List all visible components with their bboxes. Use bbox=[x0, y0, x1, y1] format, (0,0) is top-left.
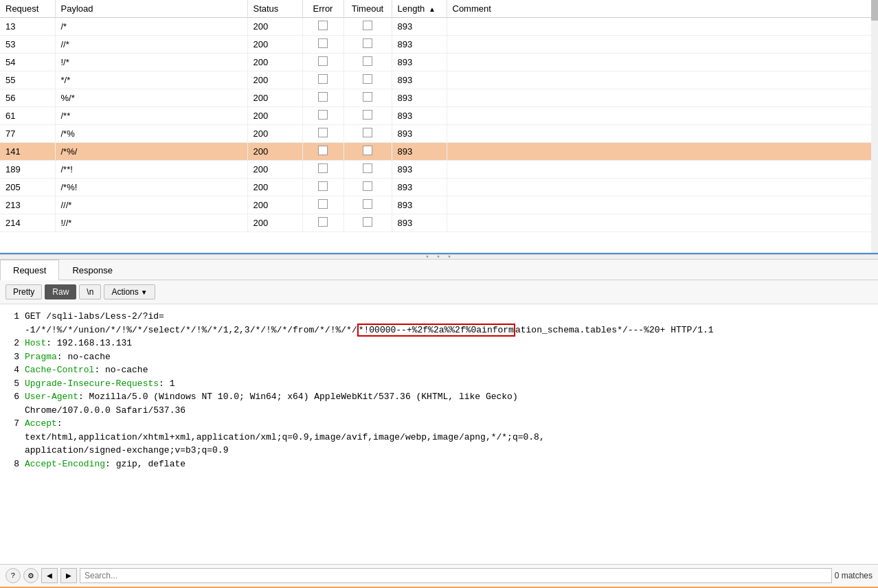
sort-arrow-icon: ▲ bbox=[429, 5, 436, 13]
line-number: 4 bbox=[8, 363, 19, 377]
error-checkbox[interactable] bbox=[318, 56, 328, 66]
line-content: GET /sqli-labs/Less-2/?id= -1/*/!%/*/uni… bbox=[25, 310, 870, 337]
match-count: 0 matches bbox=[835, 571, 873, 580]
newline-button[interactable]: \n bbox=[79, 284, 101, 299]
table-row[interactable]: 55*/*200893 bbox=[0, 71, 878, 89]
table-row[interactable]: 189/**!200893 bbox=[0, 161, 878, 179]
error-checkbox[interactable] bbox=[318, 38, 328, 48]
line-number: 5 bbox=[8, 377, 19, 391]
col-header-length[interactable]: Length ▲ bbox=[392, 0, 447, 18]
col-header-timeout[interactable]: Timeout bbox=[344, 0, 392, 18]
main-container: Request Payload Status Error Timeout Len… bbox=[0, 0, 878, 588]
line-content: Accept-Encoding: gzip, deflate bbox=[25, 457, 870, 471]
line-number: 2 bbox=[8, 337, 19, 350]
next-match-button[interactable]: ▶ bbox=[60, 568, 77, 583]
search-bar: ? ⚙ ◀ ▶ 0 matches bbox=[0, 564, 878, 587]
table-row[interactable]: 214!//*200893 bbox=[0, 214, 878, 232]
col-header-status[interactable]: Status bbox=[247, 0, 302, 18]
timeout-checkbox[interactable] bbox=[363, 92, 372, 102]
table-row[interactable]: 213///*200893 bbox=[0, 196, 878, 214]
requests-table-section: Request Payload Status Error Timeout Len… bbox=[0, 0, 878, 254]
col-header-payload[interactable]: Payload bbox=[55, 0, 247, 18]
code-line: 2Host: 192.168.13.131 bbox=[8, 337, 870, 350]
table-row[interactable]: 61/**200893 bbox=[0, 107, 878, 125]
timeout-checkbox[interactable] bbox=[363, 128, 372, 137]
col-header-error[interactable]: Error bbox=[302, 0, 344, 18]
error-checkbox[interactable] bbox=[318, 217, 328, 227]
line-content: Upgrade-Insecure-Requests: 1 bbox=[25, 377, 870, 391]
code-area[interactable]: 1GET /sqli-labs/Less-2/?id= -1/*/!%/*/un… bbox=[0, 304, 878, 564]
line-content: Accept: text/html,application/xhtml+xml,… bbox=[25, 417, 870, 457]
help-icon-button[interactable]: ? bbox=[5, 568, 21, 583]
code-line: 5Upgrade-Insecure-Requests: 1 bbox=[8, 377, 870, 391]
timeout-checkbox[interactable] bbox=[363, 181, 372, 191]
code-line: 6User-Agent: Mozilla/5.0 (Windows NT 10.… bbox=[8, 390, 870, 417]
timeout-checkbox[interactable] bbox=[363, 199, 372, 209]
table-row[interactable]: 53//*200893 bbox=[0, 36, 878, 54]
tab-response[interactable]: Response bbox=[59, 260, 126, 280]
timeout-checkbox[interactable] bbox=[363, 56, 372, 66]
toolbar: Pretty Raw \n Actions ▼ bbox=[0, 280, 878, 304]
line-content: Host: 192.168.13.131 bbox=[25, 337, 870, 350]
table-row[interactable]: 13/*200893 bbox=[0, 18, 878, 36]
timeout-checkbox[interactable] bbox=[363, 110, 372, 120]
raw-button[interactable]: Raw bbox=[45, 284, 76, 299]
actions-dropdown-button[interactable]: Actions ▼ bbox=[104, 284, 155, 299]
timeout-checkbox[interactable] bbox=[363, 163, 372, 173]
line-content: Cache-Control: no-cache bbox=[25, 363, 870, 377]
line-number: 6 bbox=[8, 390, 19, 417]
table-row[interactable]: 54!/*200893 bbox=[0, 54, 878, 71]
line-content: User-Agent: Mozilla/5.0 (Windows NT 10.0… bbox=[25, 390, 870, 417]
error-checkbox[interactable] bbox=[318, 163, 328, 173]
error-checkbox[interactable] bbox=[318, 74, 328, 84]
resize-handle[interactable]: • • • bbox=[0, 254, 878, 260]
search-input[interactable] bbox=[80, 568, 832, 583]
timeout-checkbox[interactable] bbox=[363, 217, 372, 227]
error-checkbox[interactable] bbox=[318, 21, 328, 30]
table-row[interactable]: 141/*%/200893 bbox=[0, 143, 878, 161]
code-line: 3Pragma: no-cache bbox=[8, 350, 870, 364]
line-content: Pragma: no-cache bbox=[25, 350, 870, 364]
line-number: 1 bbox=[8, 310, 19, 337]
line-number: 3 bbox=[8, 350, 19, 364]
timeout-checkbox[interactable] bbox=[363, 38, 372, 48]
code-line: 7Accept: text/html,application/xhtml+xml… bbox=[8, 417, 870, 457]
timeout-checkbox[interactable] bbox=[363, 74, 372, 84]
line-number: 7 bbox=[8, 417, 19, 457]
tab-request[interactable]: Request bbox=[0, 260, 59, 280]
table-row[interactable]: 77/*%200893 bbox=[0, 125, 878, 143]
error-checkbox[interactable] bbox=[318, 110, 328, 120]
line-number: 8 bbox=[8, 457, 19, 471]
chevron-down-icon: ▼ bbox=[141, 289, 148, 296]
error-checkbox[interactable] bbox=[318, 199, 328, 209]
table-scrollbar[interactable] bbox=[871, 0, 878, 253]
code-line: 1GET /sqli-labs/Less-2/?id= -1/*/!%/*/un… bbox=[8, 310, 870, 337]
highlighted-text: *!00000--+%2f%2a%%2f%0ainform bbox=[357, 324, 515, 337]
table-row[interactable]: 56%/*200893 bbox=[0, 89, 878, 107]
table-body: 13/*20089353//*20089354!/*20089355*/*200… bbox=[0, 18, 878, 232]
pretty-button[interactable]: Pretty bbox=[5, 284, 42, 299]
col-header-comment[interactable]: Comment bbox=[447, 0, 878, 18]
settings-icon-button[interactable]: ⚙ bbox=[23, 568, 38, 583]
prev-match-button[interactable]: ◀ bbox=[41, 568, 58, 583]
col-header-request[interactable]: Request bbox=[0, 0, 55, 18]
error-checkbox[interactable] bbox=[318, 128, 328, 137]
code-line: 4Cache-Control: no-cache bbox=[8, 363, 870, 377]
table-header-row: Request Payload Status Error Timeout Len… bbox=[0, 0, 878, 18]
table-row[interactable]: 205/*%!200893 bbox=[0, 179, 878, 196]
tabs-bar: Request Response bbox=[0, 260, 878, 280]
bottom-panel: Request Response Pretty Raw \n Actions ▼… bbox=[0, 260, 878, 587]
timeout-checkbox[interactable] bbox=[363, 21, 372, 30]
error-checkbox[interactable] bbox=[318, 181, 328, 191]
error-checkbox[interactable] bbox=[318, 92, 328, 102]
requests-table: Request Payload Status Error Timeout Len… bbox=[0, 0, 878, 232]
actions-label: Actions bbox=[111, 287, 138, 297]
timeout-checkbox[interactable] bbox=[363, 146, 372, 155]
table-scrollbar-thumb[interactable] bbox=[871, 0, 878, 21]
error-checkbox[interactable] bbox=[318, 146, 328, 155]
code-line: 8Accept-Encoding: gzip, deflate bbox=[8, 457, 870, 471]
